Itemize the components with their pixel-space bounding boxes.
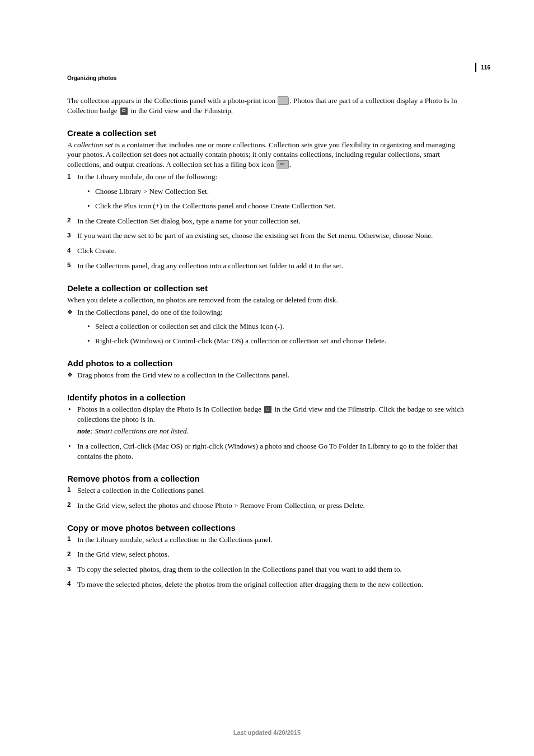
create-set-steps: 1In the Library module, do one of the fo… [67,172,467,271]
delete-desc: When you delete a collection, no photos … [67,295,467,305]
footer-last-updated: Last updated 4/20/2015 [0,729,534,736]
step-text: In the Grid view, select the photos and … [77,501,365,510]
step-number: 2 [67,550,71,559]
intro-paragraph: The collection appears in the Collection… [67,96,467,116]
header-section-label: Organizing photos [67,75,116,81]
step-text: In the Create Collection Set dialog box,… [77,217,301,225]
content: The collection appears in the Collection… [67,96,467,590]
step-number: 1 [67,172,71,181]
list-item: Choose Library > New Collection Set. [87,186,467,197]
text: Select a collection or collection set an… [95,322,284,330]
delete-list: In the Collections panel, do one of the … [67,307,467,346]
section-title-delete: Delete a collection or collection set [67,283,467,293]
text: Right-click (Windows) or Control-click (… [95,337,386,345]
step-number: 2 [67,501,71,510]
step-number: 4 [67,246,71,255]
step-number: 3 [67,565,71,574]
section-title-identify: Identify photos in a collection [67,393,467,402]
text: is a container that includes one or more… [67,141,455,169]
section-title-create-set: Create a collection set [67,128,467,138]
step-text: In the Collections panel, drag any colle… [77,262,343,270]
note: note: Smart collections are not listed. [77,426,467,436]
step-text: To copy the selected photos, drag them t… [77,565,402,573]
text: In a collection, Ctrl-click (Mac OS) or … [77,442,457,460]
step-number: 2 [67,216,71,225]
list-item: 1In the Library module, do one of the fo… [67,172,467,211]
page-number: 116 [475,63,490,72]
step-text: To move the selected photos, delete the … [77,580,423,589]
list-item: Drag photos from the Grid view to a coll… [67,370,467,380]
step-text: In the Library module, do one of the fol… [77,172,217,181]
list-item: 1In the Library module, select a collect… [67,535,467,545]
list-item: 4Click Create. [67,246,467,256]
list-item: 3To copy the selected photos, drag them … [67,564,467,575]
photo-print-icon [278,96,289,105]
text: Click the Plus icon (+) in the Collectio… [95,202,335,210]
list-item: Select a collection or collection set an… [87,321,467,332]
list-item: 2In the Create Collection Set dialog box… [67,216,467,226]
step-text: If you want the new set to be part of an… [77,231,433,240]
sublist: Select a collection or collection set an… [87,321,467,346]
filing-box-icon [277,160,289,169]
identify-list: Photos in a collection display the Photo… [67,404,467,461]
list-item: Click the Plus icon (+) in the Collectio… [87,201,467,211]
note-label: note [77,427,90,435]
step-text: Select a collection in the Collections p… [77,486,205,494]
list-item: 4To move the selected photos, delete the… [67,580,467,590]
text: Photos in a collection display the Photo… [77,405,263,413]
list-item: 2In the Grid view, select the photos and… [67,501,467,511]
section-title-copy: Copy or move photos between collections [67,523,467,533]
text: Drag photos from the Grid view to a coll… [77,371,289,379]
section-title-remove: Remove photos from a collection [67,474,467,483]
text: In the Collections panel, do one of the … [77,308,223,316]
list-item: In a collection, Ctrl-click (Mac OS) or … [67,441,467,461]
section-title-add: Add photos to a collection [67,358,467,368]
remove-steps: 1Select a collection in the Collections … [67,486,467,511]
term-collection-set: collection set [74,141,113,149]
list-item: Right-click (Windows) or Control-click (… [87,336,467,346]
copy-steps: 1In the Library module, select a collect… [67,535,467,590]
list-item: 1Select a collection in the Collections … [67,486,467,496]
step-number: 4 [67,580,71,589]
text: A [67,141,74,149]
in-collection-badge-icon [120,108,128,115]
step-number: 3 [67,231,71,240]
intro-text-3: in the Grid view and the Filmstrip. [129,106,233,115]
text: . [289,160,291,169]
step-text: In the Library module, select a collecti… [77,535,273,544]
note-text: : Smart collections are not listed. [90,427,188,435]
list-item: In the Collections panel, do one of the … [67,307,467,346]
sublist: Choose Library > New Collection Set. Cli… [87,186,467,211]
list-item: 3If you want the new set to be part of a… [67,231,467,241]
page: Organizing photos 116 The collection app… [0,0,534,756]
step-number: 1 [67,486,71,494]
step-text: In the Grid view, select photos. [77,550,169,558]
step-number: 5 [67,261,71,270]
list-item: 5In the Collections panel, drag any coll… [67,261,467,271]
add-list: Drag photos from the Grid view to a coll… [67,370,467,380]
create-set-desc: A collection set is a container that inc… [67,140,467,170]
list-item: 2In the Grid view, select photos. [67,549,467,559]
step-text: Click Create. [77,246,116,255]
list-item: Photos in a collection display the Photo… [67,404,467,436]
text: Choose Library > New Collection Set. [95,187,209,195]
step-number: 1 [67,535,71,544]
intro-text-1: The collection appears in the Collection… [67,96,277,105]
in-collection-badge-icon [264,406,271,413]
